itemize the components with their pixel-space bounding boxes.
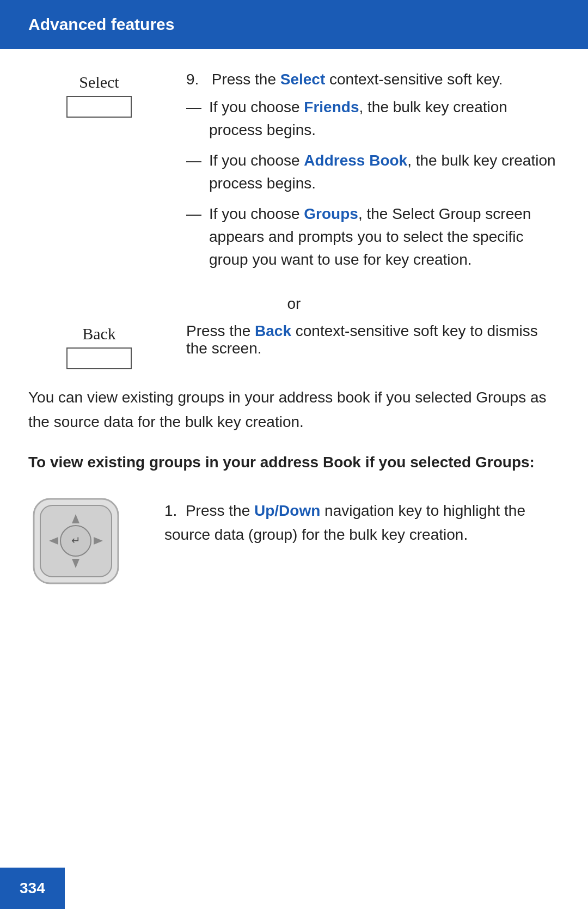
or-separator: or (28, 295, 560, 313)
bullet-friends: — If you choose Friends, the bulk key cr… (186, 96, 560, 142)
nav-key-svg: ↵ (28, 493, 124, 589)
groups-link: Groups (304, 205, 358, 222)
groups-heading: To view existing groups in your address … (28, 451, 560, 474)
page-header: Advanced features (0, 0, 588, 49)
updown-link: Up/Down (254, 502, 320, 519)
step1-content: 1. Press the Up/Down navigation key to h… (148, 493, 560, 548)
step9-row: Select 9. Press the Select context-sensi… (28, 71, 560, 279)
step9-text: 9. Press the Select context-sensitive so… (186, 71, 560, 88)
back-step-text: Press the Back context-sensitive soft ke… (186, 322, 560, 357)
page-number: 334 (20, 880, 45, 896)
addressbook-link: Address Book (304, 152, 407, 169)
step9-before: Press the (212, 71, 280, 88)
bullet-friends-before: If you choose (209, 99, 304, 115)
back-step-before: Press the (186, 322, 255, 339)
step9-content: 9. Press the Select context-sensitive so… (170, 71, 560, 279)
back-key-label: Back (82, 325, 116, 343)
bullet-groups-text: If you choose Groups, the Select Group s… (209, 203, 560, 271)
back-key-button (66, 347, 132, 369)
step9-after: context-sensitive soft key. (325, 71, 503, 88)
back-link: Back (255, 322, 291, 339)
step1-row: ↵ 1. Press the Up/Down navigation key to… (28, 493, 560, 593)
bullet-addressbook: — If you choose Address Book, the bulk k… (186, 149, 560, 195)
select-key-illustration: Select (28, 71, 170, 118)
svg-text:↵: ↵ (71, 534, 81, 546)
back-key-illustration: Back (28, 322, 170, 369)
nav-key-illustration: ↵ (28, 493, 126, 593)
bullet-groups-before: If you choose (209, 205, 304, 222)
select-key-label: Select (79, 73, 119, 91)
back-row: Back Press the Back context-sensitive so… (28, 322, 560, 369)
main-content: Select 9. Press the Select context-sensi… (0, 49, 588, 636)
step9-number: 9. (186, 71, 207, 88)
bullet-groups: — If you choose Groups, the Select Group… (186, 203, 560, 271)
groups-paragraph: You can view existing groups in your add… (28, 386, 560, 435)
bullet-friends-text: If you choose Friends, the bulk key crea… (209, 96, 560, 142)
step1-before: Press the (186, 502, 254, 519)
bullet-addressbook-text: If you choose Address Book, the bulk key… (209, 149, 560, 195)
bullet-ab-before: If you choose (209, 152, 304, 169)
back-step-content: Press the Back context-sensitive soft ke… (170, 322, 560, 365)
page-footer: 334 (0, 868, 65, 909)
step1-text: 1. Press the Up/Down navigation key to h… (164, 493, 560, 548)
select-key-button (66, 96, 132, 118)
header-title: Advanced features (28, 15, 174, 33)
dash-2: — (186, 149, 201, 172)
select-link: Select (280, 71, 326, 88)
friends-link: Friends (304, 99, 359, 115)
dash-1: — (186, 96, 201, 119)
step9-bullets: — If you choose Friends, the bulk key cr… (186, 96, 560, 271)
step1-number: 1. (164, 502, 186, 519)
dash-3: — (186, 203, 201, 225)
